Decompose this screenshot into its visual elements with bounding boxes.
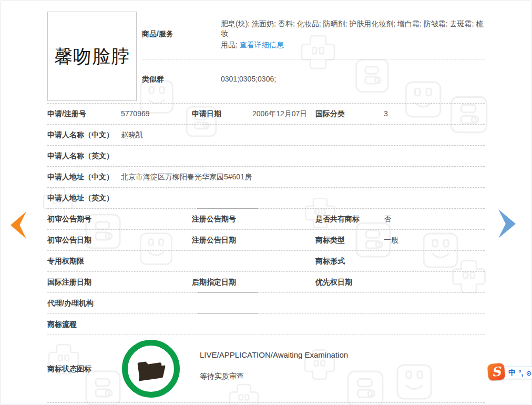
watermark-icon [299, 33, 337, 72]
prelim-date-label: 初审公告日期 [47, 230, 91, 250]
shared-mark-label: 是否共有商标 [315, 209, 360, 229]
intl-reg-date-label: 国际注册日期 [47, 272, 91, 292]
status-row: 商标状态图标 LIVE/APPLICATION/Awaiting Examina… [47, 335, 485, 403]
shared-mark-value: 否 [384, 209, 391, 229]
goods-services-tail: 用品; [221, 40, 238, 49]
prev-arrow-icon[interactable] [11, 211, 26, 239]
reg-no-label: 申请/注册号 [47, 104, 86, 124]
later-date-label: 后期指定日期 [192, 272, 236, 292]
similar-group-label: 类似群 [142, 75, 164, 84]
ime-emoji-icon[interactable]: ⊙ [526, 369, 532, 377]
address-cn-label: 申请人地址（中文） [47, 167, 114, 187]
ime-toolbar[interactable]: S 中 °, ⊙ [491, 367, 532, 379]
agency-label: 代理/办理机构 [47, 293, 94, 313]
process-label: 商标流程 [47, 314, 77, 335]
applicant-en-label: 申请人名称（英文） [47, 146, 114, 166]
status-text-cn: 等待实质审查 [200, 371, 244, 381]
goods-services-value-line2: 用品; 查看详细信息 [221, 40, 284, 50]
ime-mode-chinese[interactable]: 中 [508, 368, 516, 378]
priority-date-label: 优先权日期 [315, 272, 352, 292]
table-row: 申请/注册号 5770969 申请日期 2006年12月07日 国际分类 3 [47, 104, 485, 125]
separator [142, 59, 485, 59]
status-open-folder-icon [122, 340, 180, 398]
app-date-value: 2006年12月07日 [252, 104, 307, 124]
table-row: 专用权期限 商标形式 [47, 251, 485, 272]
exclusive-label: 专用权期限 [47, 251, 84, 271]
ime-punctuation[interactable]: °, [518, 369, 524, 377]
table-row: 国际注册日期 后期指定日期 优先权日期 [47, 272, 485, 293]
reg-ann-no-label: 注册公告期号 [192, 209, 236, 229]
table-row: 初审公告日期 注册公告日期 商标类型 一般 [47, 230, 485, 251]
applicant-cn-label: 申请人名称（中文） [47, 125, 114, 145]
table-row: 申请人名称（中文） 赵晓凯 [47, 125, 485, 146]
open-folder-icon [131, 349, 171, 389]
prelim-no-label: 初审公告期号 [47, 209, 91, 229]
status-label: 商标状态图标 [47, 335, 91, 403]
trademark-name: 馨吻脸脖 [54, 44, 130, 69]
watermark-icon [353, 57, 391, 95]
trademark-image: 馨吻脸脖 [47, 12, 137, 101]
goods-services-value-line1: 肥皂(块); 洗面奶; 香料; 化妆品; 防晒剂; 护肤用化妆剂; 增白霜; 防… [221, 19, 484, 38]
table-row: 代理/办理机构 [47, 293, 485, 314]
intl-class-label: 国际分类 [315, 104, 345, 124]
goods-services-label: 商品/服务 [142, 29, 173, 39]
table-row: 商标流程 点击查看 [47, 314, 485, 335]
intl-class-value: 3 [384, 104, 388, 124]
sogou-logo-icon[interactable]: S [487, 363, 506, 381]
table-row: 申请人地址（中文） 北京市海淀区万柳阳春光华家园5#601房 [47, 167, 485, 188]
mark-type-label: 商标类型 [315, 230, 345, 250]
applicant-cn-value: 赵晓凯 [121, 125, 143, 145]
mark-type-value: 一般 [384, 230, 398, 250]
detail-table: 申请/注册号 5770969 申请日期 2006年12月07日 国际分类 3 申… [47, 103, 485, 403]
reg-no-value: 5770969 [121, 104, 150, 124]
next-arrow-icon[interactable] [498, 209, 516, 238]
mark-form-label: 商标形式 [315, 251, 345, 271]
app-date-label: 申请日期 [192, 104, 221, 124]
address-en-label: 申请人地址（英文） [47, 188, 114, 208]
similar-group-value: 0301;0305;0306; [221, 75, 276, 83]
status-text-en: LIVE/APPLICATION/Awaiting Examination [200, 350, 348, 360]
table-row: 初审公告期号 注册公告期号 是否共有商标 否 [47, 209, 485, 230]
table-row: 申请人地址（英文） [47, 188, 485, 209]
reg-ann-date-label: 注册公告日期 [192, 230, 236, 250]
view-details-link[interactable]: 查看详细信息 [240, 40, 284, 49]
table-row: 申请人名称（英文） [47, 146, 485, 167]
address-cn-value: 北京市海淀区万柳阳春光华家园5#601房 [121, 167, 252, 187]
